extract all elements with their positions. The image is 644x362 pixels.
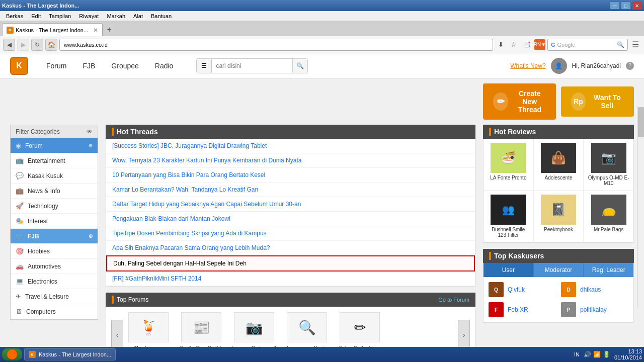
thread-item-8[interactable]: Duh, Paling Sebel dengan Hal-Hal Sepele … (106, 255, 475, 272)
new-tab-button[interactable]: + (103, 23, 116, 36)
sidebar-item-news-info[interactable]: 💼 News & Info (11, 184, 98, 199)
travel-icon: ✈ (16, 293, 21, 300)
start-button[interactable] (2, 348, 22, 360)
thread-item-3[interactable]: Kamar Lo Berantakan? Wah, Tandanya Lo Kr… (106, 183, 475, 197)
browser-tab[interactable]: K Kaskus - The Largest Indon... ✕ (2, 23, 103, 36)
clock-time: 13:13 (614, 348, 642, 354)
user-name-feb[interactable]: Feb.XR (508, 306, 528, 313)
download-icon[interactable]: ⬇ (495, 39, 506, 50)
review-bushnell[interactable]: 👥 Bushnell Smile 123 Filter (484, 191, 534, 242)
bookmark-star-icon[interactable]: ☆ (508, 39, 519, 50)
minimize-button[interactable]: ─ (610, 2, 620, 10)
user-name-qivfuk[interactable]: Qivfuk (508, 286, 525, 293)
want-to-sell-button[interactable]: Rp Want To Sell (561, 86, 634, 117)
review-la-fonte[interactable]: 🍜 LA Fonte Pronto (484, 139, 534, 191)
main-layout: Filter Categories 👁 ◉ Forum ⊕ 📺 Entertai… (0, 125, 644, 362)
sidebar-item-entertainment[interactable]: 📺 Entertainment (11, 153, 98, 168)
review-olympus[interactable]: 📷 Olympus O-MD E-M10 (584, 139, 633, 191)
bookmark-icon[interactable]: 📑 (521, 39, 532, 50)
sidebar-item-kasak-kusuk[interactable]: 💬 Kasak Kusuk (11, 168, 98, 184)
menu-icon[interactable]: ☰ (630, 39, 641, 50)
carousel-next-button[interactable]: › (458, 320, 470, 350)
go-to-forum-link[interactable]: Go to Forum (438, 297, 469, 303)
sidebar-item-technology[interactable]: 🚀 Technology (11, 199, 98, 214)
user-list-right: D dhikaus P politikalay (558, 280, 631, 320)
sidebar-item-fjb[interactable]: 🛒 FJB ⊕ (11, 229, 98, 244)
review-adolescente[interactable]: 👜 Adolescente (534, 139, 584, 191)
site-header: K Forum FJB Groupee Radio ☰ 🔍 What's New… (0, 53, 644, 78)
hot-threads-title: Hot Threads (106, 125, 475, 139)
site-search-input[interactable] (212, 59, 292, 73)
tab-close-button[interactable]: ✕ (93, 27, 98, 34)
thread-item-7[interactable]: Apa Sih Enaknya Pacaran Sama Orang yang … (106, 241, 475, 255)
tab-user[interactable]: User (484, 263, 534, 277)
create-new-thread-button[interactable]: ✏ Create NewThread (483, 83, 556, 120)
site-search-button[interactable]: 🔍 (292, 59, 307, 73)
user-avatar[interactable]: 👤 (551, 58, 567, 74)
user-avatar-politikalay: P (561, 302, 576, 317)
nav-groupee[interactable]: Groupee (103, 53, 146, 78)
menu-berkas[interactable]: Berkas (2, 12, 27, 20)
tab-moderator[interactable]: Moderator (534, 263, 584, 277)
nav-forum[interactable]: Forum (38, 53, 74, 78)
tab-reg-leader[interactable]: Reg. Leader (584, 263, 633, 277)
menu-edit[interactable]: Edit (27, 12, 45, 20)
review-mrpale[interactable]: 👝 Mr.Pale Bags (584, 191, 633, 242)
thread-item-4[interactable]: Daftar Target Hidup yang Sebaiknya Agan … (106, 197, 475, 212)
taskbar-app-button[interactable]: K Kaskus - The Largest Indon... (24, 348, 116, 360)
search-icon[interactable]: 🔍 (617, 41, 624, 48)
filter-eye-icon[interactable]: 👁 (87, 128, 93, 135)
top-forums-label: Top Forums (117, 296, 148, 303)
berita-icon: 📰 (181, 312, 221, 342)
thread-item-6[interactable]: TipeTipe Dosen Pembimbing Skripsi yang A… (106, 226, 475, 241)
scrollbar[interactable] (637, 106, 644, 307)
sidebar-item-interest[interactable]: 🎭 Interest (11, 214, 98, 229)
url-box[interactable]: www.kaskus.co.id (59, 39, 493, 51)
thread-item-0[interactable]: [Success Stories] JBC, Juragannya Digita… (106, 139, 475, 153)
forward-button[interactable]: ▶ (17, 39, 29, 51)
sidebar-interest-label: Interest (28, 218, 48, 225)
browser-search-box[interactable]: G Google 🔍 (547, 39, 628, 51)
menu-riwayat[interactable]: Riwayat (75, 12, 103, 20)
sidebar-item-hobbies[interactable]: 🎯 Hobbies (11, 244, 98, 259)
user-icon[interactable]: RN▼ (534, 39, 545, 50)
menu-tampilan[interactable]: Tampilan (45, 12, 75, 20)
hobbies-icon: 🎯 (16, 247, 24, 255)
back-button[interactable]: ◀ (3, 39, 15, 51)
sidebar-item-computers[interactable]: 🖥 Computers (11, 304, 98, 319)
sidebar-item-electronics[interactable]: 💻 Electronics (11, 274, 98, 289)
home-button[interactable]: 🏠 (45, 39, 57, 51)
speaker-icon: 🔊 (584, 351, 591, 358)
hot-threads-label: Hot Threads (117, 128, 158, 136)
create-thread-icon: ✏ (493, 93, 508, 111)
user-name-politikalay[interactable]: politikalay (580, 306, 607, 313)
mrpale-image: 👝 (591, 195, 626, 225)
menu-markah[interactable]: Markah (103, 12, 129, 20)
thread-item-2[interactable]: 10 Pertanyaan yang Bisa Bikin Para Orang… (106, 168, 475, 183)
reviews-row-2: 👥 Bushnell Smile 123 Filter 📓 Peekmybook… (484, 191, 633, 242)
thread-item-1[interactable]: Wow, Ternyata 23 Karakter Kartun Ini Pun… (106, 153, 475, 168)
thread-list: [Success Stories] JBC, Juragannya Digita… (106, 139, 475, 287)
search-menu-button[interactable]: ☰ (197, 59, 212, 73)
reload-button[interactable]: ↻ (31, 39, 43, 51)
sidebar-item-forum[interactable]: ◉ Forum ⊕ (11, 138, 98, 153)
sidebar-item-travel[interactable]: ✈ Travel & Leisure (11, 289, 98, 304)
user-name-dhikaus[interactable]: dhikaus (580, 286, 601, 293)
nav-radio[interactable]: Radio (147, 53, 182, 78)
menu-bantuan[interactable]: Bantuan (147, 12, 176, 20)
scroll-thumb[interactable] (638, 107, 644, 137)
kaskus-logo[interactable]: K (10, 57, 28, 75)
title-accent (112, 296, 114, 304)
close-button[interactable]: ✕ (632, 2, 642, 10)
whats-new-link[interactable]: What's New? (510, 62, 545, 69)
help-icon[interactable]: ? (626, 62, 634, 70)
review-peekmybook[interactable]: 📓 Peekmybook (534, 191, 584, 242)
thread-item-5[interactable]: Pengakuan Blak-Blakan dari Mantan Jokowi (106, 212, 475, 226)
menu-alat[interactable]: Alat (129, 12, 147, 20)
maximize-button[interactable]: □ (621, 2, 631, 10)
sidebar-item-automotives[interactable]: 🚗 Automotives (11, 259, 98, 274)
entertainment-icon: 📺 (16, 157, 24, 164)
thread-item-9[interactable]: [FR] #GathPiknikMini SFTH 2014 (106, 272, 475, 286)
nav-fjb[interactable]: FJB (74, 53, 103, 78)
carousel-prev-button[interactable]: ‹ (111, 320, 123, 350)
